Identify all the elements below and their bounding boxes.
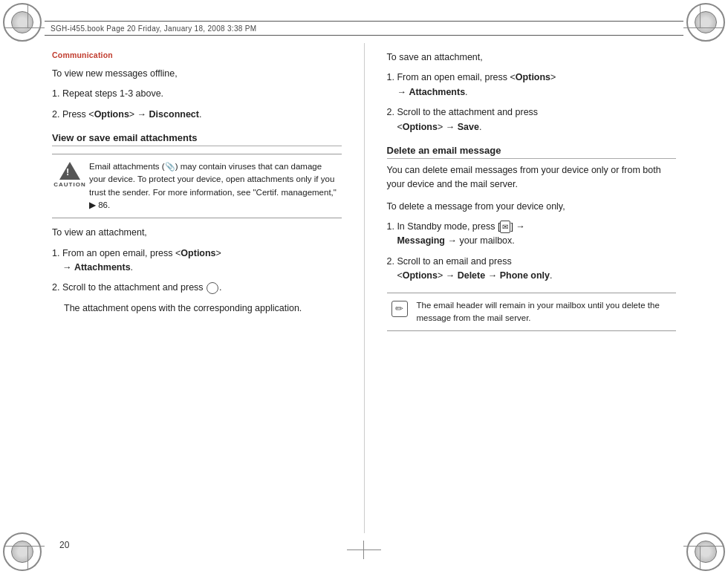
caution-box: CAUTION Email attachments (📎) may contai… — [52, 154, 342, 218]
caution-triangle-icon — [59, 162, 80, 180]
del-step2: 2. Scroll to an email and press <Options… — [387, 255, 677, 284]
crosshair-v-bl — [27, 547, 28, 570]
content-area: Communication To view new messages offli… — [52, 43, 676, 533]
delete-intro: You can delete email messages from your … — [387, 163, 677, 192]
step1-text: 1. Repeat steps 1-3 above. — [52, 87, 342, 101]
corner-decoration-tr — [683, 0, 728, 45]
delete-heading: Delete an email message — [387, 145, 677, 159]
pencil-icon: ✏ — [391, 301, 408, 317]
crosshair-h-tr — [683, 27, 724, 28]
header-text: SGH-i455.book Page 20 Friday, January 18… — [51, 25, 256, 33]
corner-decoration-tl — [0, 0, 45, 45]
intro-text: To view new messages offline, — [52, 67, 342, 81]
caution-text: Email attachments (📎) may contain viruse… — [89, 160, 337, 212]
crosshair-h-bottom-center — [347, 549, 381, 550]
caution-label: CAUTION — [53, 181, 85, 188]
crosshair-v-tl — [27, 4, 28, 27]
save-step2: 2. Scroll to the attachment and press <O… — [387, 105, 677, 134]
att-step1: 1. From an open email, press <Options> →… — [52, 247, 342, 275]
section-label: Communication — [52, 50, 342, 59]
att-note: The attachment opens with the correspond… — [52, 301, 342, 316]
caution-icon: CAUTION — [56, 160, 83, 188]
crosshair-h-bl — [4, 546, 45, 547]
right-column: To save an attachment, 1. From an open e… — [387, 43, 677, 533]
corner-decoration-br — [683, 529, 728, 574]
corner-decoration-bl — [0, 529, 45, 574]
delete-device-intro: To delete a message from your device onl… — [387, 200, 677, 214]
note-text: The email header will remain in your mai… — [417, 299, 672, 325]
note-box: ✏ The email header will remain in your m… — [387, 293, 677, 332]
save-step1: 1. From an open email, press <Options> →… — [387, 71, 677, 100]
column-divider — [364, 43, 365, 533]
step2-text: 2. Press <Options> → Disconnect. — [52, 108, 342, 122]
crosshair-h-br — [683, 546, 724, 547]
del-step1: 1. In Standby mode, press [✉] → Messagin… — [387, 220, 677, 249]
note-icon: ✏ — [391, 299, 411, 317]
save-intro: To save an attachment, — [387, 50, 677, 65]
crosshair-v-br — [700, 547, 701, 570]
left-column: Communication To view new messages offli… — [52, 43, 342, 533]
view-save-heading: View or save email attachments — [52, 132, 342, 146]
att-step2: 2. Scroll to the attachment and press . — [52, 281, 342, 295]
crosshair-v-tr — [700, 4, 701, 27]
attachment-intro: To view an attachment, — [52, 226, 342, 240]
header-bar: SGH-i455.book Page 20 Friday, January 18… — [45, 21, 683, 36]
page-number: 20 — [59, 540, 69, 550]
crosshair-h-tl — [4, 27, 45, 28]
